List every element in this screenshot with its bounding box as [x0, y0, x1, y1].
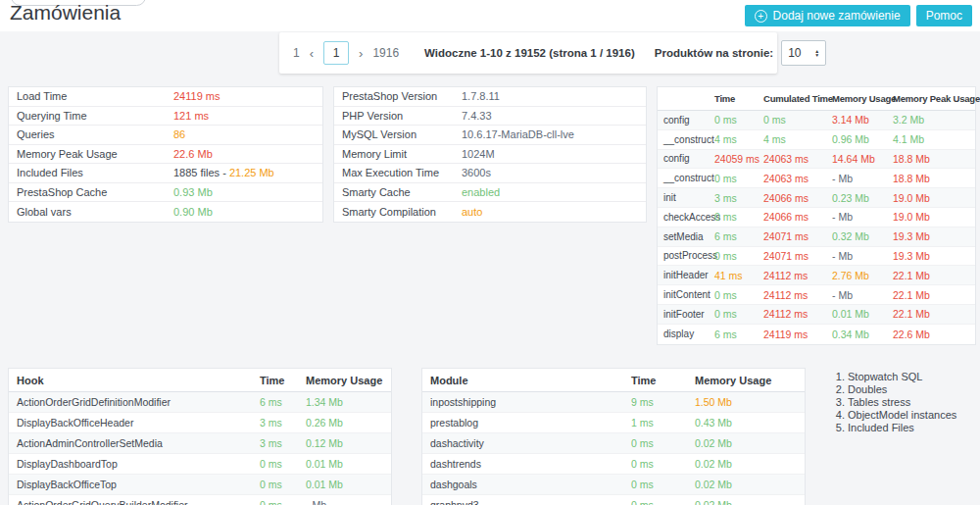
module-row: dashactivity 0 ms 0.02 Mb: [422, 433, 805, 454]
timeline-step-name: init: [658, 192, 712, 203]
summary-value: 22.6 Mb: [173, 148, 213, 160]
timeline-memory-peak: 22.1 Mb: [891, 308, 975, 320]
environment-label: Smarty Cache: [342, 186, 462, 198]
timeline-memory-peak: 19.3 Mb: [891, 250, 975, 262]
timeline-memory-peak: 4.1 Mb: [891, 133, 975, 145]
environment-row: Smarty Compilation auto: [334, 202, 646, 222]
hook-row: DisplayDashboardTop 0 ms 0.01 Mb: [9, 454, 391, 475]
last-page-label: 1916: [372, 46, 399, 60]
hook-time: 3 ms: [252, 417, 298, 429]
environment-panel: PrestaShop Version 1.7.8.11 PHP Version …: [333, 86, 647, 223]
summary-row: Global vars 0.90 Mb: [9, 202, 322, 222]
summary-row: Queries 86: [9, 126, 322, 145]
timeline-cumulated-time: 0 ms: [761, 114, 830, 126]
hooks-header-time: Time: [252, 375, 298, 386]
timeline-time: 0 ms: [712, 114, 761, 126]
timeline-step-name: initContent: [658, 289, 712, 300]
environment-value-number: 1024M: [462, 148, 495, 160]
timeline-memory-usage: 0.01 Mb: [830, 308, 891, 320]
environment-row: MySQL Version 10.6.17-MariaDB-cll-lve: [334, 126, 646, 145]
debug-jump-list: 1.Stopwatch SQL 2.Doubles 3.Tables stres…: [833, 371, 956, 434]
prev-page-button[interactable]: ‹: [308, 46, 316, 61]
hooks-body: ActionOrderGridDefinitionModifier 6 ms 1…: [9, 392, 391, 505]
module-name: prestablog: [422, 417, 623, 429]
modules-header-name: Module: [422, 375, 623, 386]
timeline-memory-peak: 22.6 Mb: [891, 328, 975, 340]
hooks-panel: Hook Time Memory Usage ActionOrderGridDe…: [8, 368, 392, 505]
timeline-time: 41 ms: [712, 270, 761, 281]
hook-row: ActionAdminControllerSetMedia 3 ms 0.12 …: [9, 433, 391, 454]
per-page-label: Produktów na stronie:: [655, 47, 773, 59]
module-row: inpostshipping 9 ms 1.50 Mb: [422, 392, 805, 413]
timeline-memory-peak: 19.0 Mb: [891, 192, 975, 204]
jump-list-item[interactable]: 5.Included Files: [833, 422, 956, 434]
jump-list-item[interactable]: 1.Stopwatch SQL: [833, 371, 956, 383]
page-number-input[interactable]: [323, 41, 349, 65]
hook-memory: - Mb: [298, 499, 391, 505]
timeline-step-name: config: [658, 153, 712, 164]
timeline-memory-peak: 18.8 Mb: [891, 173, 975, 184]
environment-label: Memory Limit: [342, 148, 462, 160]
timeline-row: display 6 ms 24119 ms 0.34 Mb 22.6 Mb: [658, 325, 975, 344]
module-memory: 0.43 Mb: [687, 417, 805, 429]
hook-memory: 0.12 Mb: [298, 437, 391, 449]
hook-memory: 0.01 Mb: [298, 479, 391, 490]
timeline-memory-peak: 22.1 Mb: [891, 270, 975, 281]
jump-item-number: 5.: [833, 422, 845, 434]
jump-list-item[interactable]: 4.ObjectModel instances: [833, 409, 956, 422]
hooks-header-name: Hook: [9, 375, 252, 386]
timeline-memory-usage: 2.76 Mb: [830, 270, 891, 281]
timeline-cumulated-time: 24063 ms: [761, 173, 830, 184]
environment-value-number: auto: [462, 206, 482, 218]
hook-row: ActionOrderGridQueryBuilderModifier 0 ms…: [9, 495, 391, 505]
module-name: dashactivity: [422, 437, 623, 449]
timeline-time: 0 ms: [712, 173, 761, 184]
environment-value-number: 1.7.8.11: [462, 90, 500, 102]
environment-value: 10.6.17-MariaDB-cll-lve: [462, 128, 574, 140]
timeline-memory-usage: - Mb: [830, 250, 891, 262]
summary-row: Included Files 1885 files - 21.25 Mb: [9, 164, 322, 183]
module-row: prestablog 1 ms 0.43 Mb: [422, 413, 805, 433]
jump-item-label: ObjectModel instances: [848, 409, 956, 421]
timeline-row: postProcess 0 ms 24071 ms - Mb 19.3 Mb: [658, 247, 975, 267]
summary-label: Included Files: [17, 167, 173, 178]
jump-list-item[interactable]: 2.Doubles: [833, 383, 956, 396]
timeline-memory-peak: 22.1 Mb: [891, 289, 975, 301]
help-label: Pomoc: [926, 9, 962, 23]
add-order-button[interactable]: + Dodaj nowe zamówienie: [745, 5, 910, 26]
timeline-memory-usage: 3.14 Mb: [830, 114, 891, 126]
environment-label: Smarty Compilation: [342, 206, 462, 218]
timeline-step-name: display: [658, 328, 712, 339]
timeline-row: initFooter 0 ms 24112 ms 0.01 Mb 22.1 Mb: [658, 305, 975, 325]
timeline-row: init 3 ms 24066 ms 0.23 Mb 19.0 Mb: [658, 188, 975, 208]
module-name: inpostshipping: [422, 396, 623, 408]
hook-memory: 0.01 Mb: [298, 458, 391, 470]
timeline-cumulated-time: 24063 ms: [761, 153, 830, 165]
modules-header-memory: Memory Usage: [687, 375, 805, 386]
timeline-memory-usage: 0.96 Mb: [830, 133, 891, 145]
module-memory: 0.02 Mb: [687, 479, 805, 490]
timeline-time: 24059 ms: [712, 153, 761, 165]
environment-label: MySQL Version: [342, 128, 462, 140]
hook-time: 0 ms: [252, 479, 298, 490]
environment-label: Max Execution Time: [342, 167, 462, 178]
environment-value-number: 10.6.17-MariaDB-cll-lve: [462, 128, 574, 140]
timeline-row: config 24059 ms 24063 ms 14.64 Mb 18.8 M…: [658, 150, 975, 170]
jump-list-item[interactable]: 3.Tables stress: [833, 396, 956, 409]
environment-row: Memory Limit 1024M: [334, 145, 646, 165]
module-row: dashgoals 0 ms 0.02 Mb: [422, 475, 805, 495]
timeline-row: setMedia 6 ms 24071 ms 0.32 Mb 19.3 Mb: [658, 227, 975, 247]
timeline-memory-usage: 0.23 Mb: [830, 192, 891, 204]
module-memory: 0.02 Mb: [687, 499, 805, 505]
next-page-button[interactable]: ›: [357, 46, 365, 61]
timeline-time: 4 ms: [712, 133, 761, 145]
hook-name: ActionOrderGridQueryBuilderModifier: [9, 499, 252, 505]
help-button[interactable]: Pomoc: [916, 5, 972, 26]
header-actions: + Dodaj nowe zamówienie Pomoc: [745, 5, 972, 26]
module-time: 1 ms: [623, 417, 687, 429]
environment-value: enabled: [462, 186, 500, 198]
timeline-time: 0 ms: [712, 289, 761, 301]
timeline-memory-peak: 18.8 Mb: [891, 153, 975, 165]
per-page-select[interactable]: 10 ▲▼: [781, 40, 826, 66]
jump-item-number: 3.: [833, 396, 845, 409]
